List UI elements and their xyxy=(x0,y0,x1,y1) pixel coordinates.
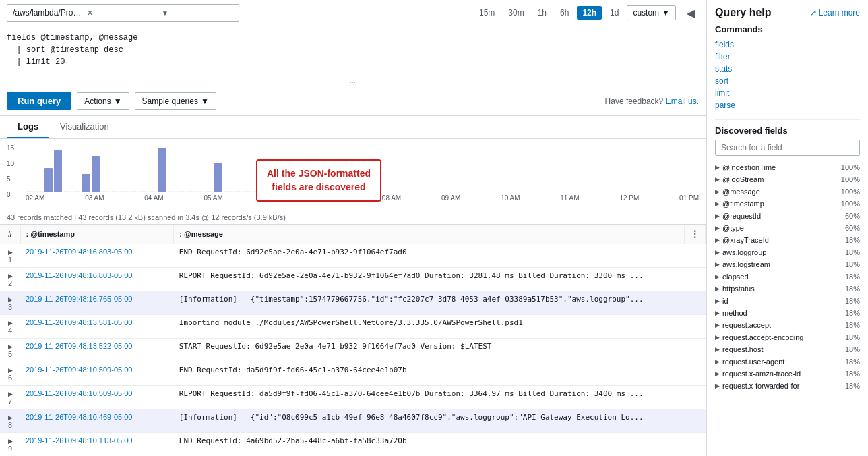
row-expand[interactable]: ▶ 6 xyxy=(0,362,20,386)
sample-queries-button[interactable]: Sample queries ▼ xyxy=(135,92,216,110)
time-15m-button[interactable]: 15m xyxy=(474,6,500,20)
external-link-icon: ↗ xyxy=(810,8,817,18)
time-6h-button[interactable]: 6h xyxy=(555,6,574,20)
time-1d-button[interactable]: 1d xyxy=(604,6,624,20)
table-menu-icon[interactable]: ⋮ xyxy=(690,229,700,239)
table-row: ▶ 1 2019-11-26T09:48:16.803-05:00 END Re… xyxy=(0,244,706,268)
col-timestamp[interactable]: : @timestamp xyxy=(20,225,174,244)
chart-bar xyxy=(129,191,137,192)
row-message: REPORT RequestId: 6d92e5ae-2e0a-4e71-b93… xyxy=(174,268,685,291)
field-expand-icon[interactable]: ▶ xyxy=(715,188,720,195)
tab-visualization[interactable]: Visualization xyxy=(49,116,120,138)
row-expand[interactable]: ▶ 2 xyxy=(0,268,20,291)
field-item: ▶ request.x-forwarded-for 18% xyxy=(715,380,860,392)
row-action xyxy=(685,339,706,362)
field-item: ▶ method 18% xyxy=(715,307,860,319)
field-expand-icon[interactable]: ▶ xyxy=(715,297,720,304)
tab-logs[interactable]: Logs xyxy=(7,116,49,138)
field-item: ▶ id 18% xyxy=(715,295,860,307)
field-name: aws.logstream xyxy=(722,260,842,268)
chart-bar xyxy=(26,191,34,192)
col-actions[interactable]: ⋮ xyxy=(685,225,706,244)
time-30m-button[interactable]: 30m xyxy=(503,6,529,20)
commands-title: Commands xyxy=(715,24,860,34)
command-item[interactable]: stats xyxy=(715,63,860,75)
row-action xyxy=(685,268,706,291)
field-name: @requestId xyxy=(722,212,842,220)
field-expand-icon[interactable]: ▶ xyxy=(715,237,720,244)
chart-x-label: 09 AM xyxy=(441,194,460,202)
panel-toggle-button[interactable]: ◀ xyxy=(683,5,699,21)
search-field-input[interactable] xyxy=(715,140,860,156)
discovered-fields-title: Discovered fields xyxy=(715,125,860,136)
chart-x-label: 10 AM xyxy=(501,194,520,202)
row-expand[interactable]: ▶ 7 xyxy=(0,386,20,409)
chart-bar xyxy=(54,150,62,192)
logs-table-area[interactable]: # : @timestamp : @message ⋮ xyxy=(0,225,706,456)
time-range-bar: 15m 30m 1h 6h 12h 1d custom ▼ xyxy=(474,5,676,20)
chevron-down-icon[interactable]: ▼ xyxy=(162,9,234,17)
chart-bar xyxy=(44,168,53,192)
row-timestamp: 2019-11-26T09:48:10.113-05:00 xyxy=(20,433,174,457)
row-expand[interactable]: ▶ 4 xyxy=(0,315,20,339)
command-item[interactable]: fields xyxy=(715,38,860,51)
field-expand-icon[interactable]: ▶ xyxy=(715,346,720,353)
field-expand-icon[interactable]: ▶ xyxy=(715,212,720,219)
actions-chevron-icon: ▼ xyxy=(114,96,122,106)
time-1h-button[interactable]: 1h xyxy=(532,6,552,20)
row-timestamp: 2019-11-26T09:48:16.803-05:00 xyxy=(20,268,174,291)
row-action xyxy=(685,315,706,339)
chart-x-label: 02 AM xyxy=(26,194,44,202)
learn-more-link[interactable]: ↗ Learn more xyxy=(810,8,860,18)
chart-x-label: 03 AM xyxy=(85,194,104,202)
field-name: @timestamp xyxy=(722,200,838,208)
editor-dots-indicator: ... xyxy=(0,76,706,86)
email-us-link[interactable]: Email us. xyxy=(666,96,699,106)
log-group-select[interactable]: /aws/lambda/ProcessLogs-Ja... × ▼ xyxy=(7,4,239,22)
row-expand[interactable]: ▶ 9 xyxy=(0,433,20,457)
stats-text: 43 records matched | 43 records (13.2 kB… xyxy=(7,213,286,221)
row-expand[interactable]: ▶ 5 xyxy=(0,339,20,362)
row-action xyxy=(685,362,706,386)
field-expand-icon[interactable]: ▶ xyxy=(715,164,720,171)
field-expand-icon[interactable]: ▶ xyxy=(715,382,720,389)
field-item: ▶ request.host 18% xyxy=(715,343,860,355)
field-expand-icon[interactable]: ▶ xyxy=(715,225,720,231)
query-textarea[interactable]: fields @timestamp, @message | sort @time… xyxy=(7,32,699,68)
field-expand-icon[interactable]: ▶ xyxy=(715,285,720,292)
field-expand-icon[interactable]: ▶ xyxy=(715,334,720,341)
time-custom-button[interactable]: custom ▼ xyxy=(627,5,676,20)
close-icon[interactable]: × xyxy=(88,7,160,18)
chart-bar xyxy=(205,191,213,192)
field-expand-icon[interactable]: ▶ xyxy=(715,261,720,268)
row-expand[interactable]: ▶ 1 xyxy=(0,244,20,268)
field-item: ▶ @xrayTraceId 18% xyxy=(715,234,860,246)
run-query-button[interactable]: Run query xyxy=(7,92,71,110)
field-expand-icon[interactable]: ▶ xyxy=(715,358,720,365)
actions-button[interactable]: Actions ▼ xyxy=(77,92,129,110)
field-item: ▶ aws.logstream 18% xyxy=(715,258,860,270)
command-item[interactable]: sort xyxy=(715,75,860,87)
commands-list: fieldsfilterstatssortlimitparse xyxy=(715,38,860,111)
field-expand-icon[interactable]: ▶ xyxy=(715,370,720,377)
field-expand-icon[interactable]: ▶ xyxy=(715,249,720,256)
row-timestamp: 2019-11-26T09:48:16.765-05:00 xyxy=(20,291,174,315)
row-expand[interactable]: ▶ 8 xyxy=(0,409,20,433)
row-action xyxy=(685,409,706,433)
field-expand-icon[interactable]: ▶ xyxy=(715,200,720,207)
field-expand-icon[interactable]: ▶ xyxy=(715,176,720,183)
field-expand-icon[interactable]: ▶ xyxy=(715,322,720,329)
field-item: ▶ aws.loggroup 18% xyxy=(715,246,860,258)
field-expand-icon[interactable]: ▶ xyxy=(715,273,720,280)
row-expand[interactable]: ▶ 3 xyxy=(0,291,20,315)
row-timestamp: 2019-11-26T09:48:10.509-05:00 xyxy=(20,362,174,386)
col-message[interactable]: : @message xyxy=(174,225,685,244)
command-item[interactable]: limit xyxy=(715,87,860,99)
command-item[interactable]: filter xyxy=(715,51,860,63)
time-12h-button[interactable]: 12h xyxy=(577,6,602,20)
field-expand-icon[interactable]: ▶ xyxy=(715,310,720,316)
row-message: START RequestId: 6d92e5ae-2e0a-4e71-b932… xyxy=(174,339,685,362)
command-item[interactable]: parse xyxy=(715,99,860,111)
field-item: ▶ request.user-agent 18% xyxy=(715,355,860,368)
chart-bar xyxy=(158,148,166,192)
